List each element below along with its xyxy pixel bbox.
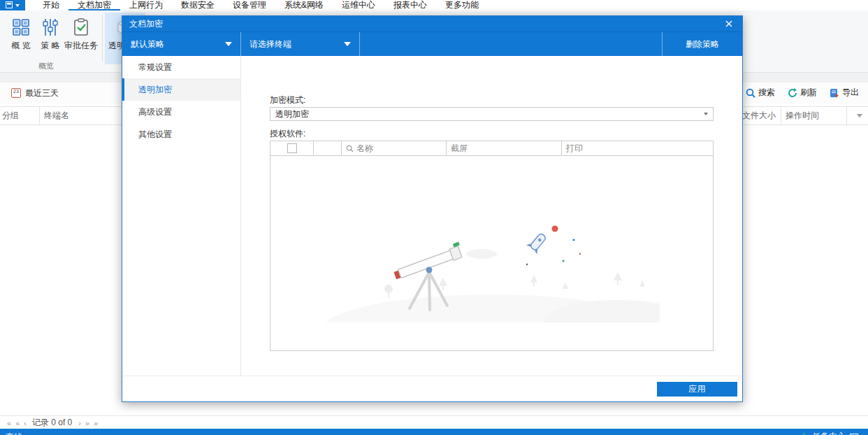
search-button-label: 搜索 <box>758 87 775 99</box>
planet-dot <box>551 226 558 232</box>
dialog-content: 加密模式: 透明加密 授权软件: <box>241 56 742 376</box>
menu-tab-device-mgmt[interactable]: 设备管理 <box>224 0 275 10</box>
close-icon[interactable] <box>723 17 735 30</box>
nav-item-other-settings[interactable]: 其他设置 <box>122 123 240 145</box>
menu-tab-report-center[interactable]: 报表中心 <box>384 0 436 10</box>
menu-tab-web-behavior[interactable]: 上网行为 <box>120 0 172 10</box>
export-icon <box>830 88 839 98</box>
delete-policy-button[interactable]: 删除策略 <box>662 32 742 56</box>
menu-tab-data-security[interactable]: 数据安全 <box>172 0 224 10</box>
next-page-button[interactable]: › <box>78 419 80 427</box>
policy-dropdown-value: 默认策略 <box>131 38 225 50</box>
dialog-title: 文档加密 <box>129 18 723 30</box>
empty-state-illustration <box>324 211 660 322</box>
select-all-cell <box>270 141 314 155</box>
ribbon-button-label: 审批任务 <box>64 40 98 52</box>
status-taskbar: 离线 任务中心 <box>0 429 868 435</box>
rocket <box>526 231 549 255</box>
search-icon <box>346 145 354 152</box>
nav-item-transparent-encryption[interactable]: 透明加密 <box>122 78 240 101</box>
terminal-dropdown-value: 请选择终端 <box>249 38 344 50</box>
export-button[interactable]: 导出 <box>826 84 862 101</box>
first-page-button[interactable]: « <box>7 419 10 427</box>
task-center-button[interactable]: 任务中心 <box>812 431 846 435</box>
search-icon <box>746 88 755 98</box>
dialog-title-bar: 文档加密 <box>122 16 742 31</box>
policy-dropdown[interactable]: 默认策略 <box>122 32 241 56</box>
search-button[interactable]: 搜索 <box>742 84 779 101</box>
ribbon-button-approval-tasks[interactable]: 审批任务 <box>64 13 98 62</box>
name-column-header[interactable]: 名称 <box>342 141 447 155</box>
date-filter-label: 最近三天 <box>25 87 59 99</box>
ribbon-button-label: 概 览 <box>11 40 30 52</box>
dialog-body: 常规设置 透明加密 高级设置 其他设置 加密模式: 透明加密 授权软件: <box>122 56 742 376</box>
chevron-down-icon <box>704 113 708 115</box>
refresh-button-label: 刷新 <box>800 87 817 99</box>
authorized-software-label: 授权软件: <box>270 128 714 138</box>
grid-icon <box>12 18 30 36</box>
fast-next-button[interactable]: » <box>85 419 89 427</box>
toolbar-spacer <box>360 32 662 56</box>
software-table-body <box>270 156 713 350</box>
connection-status-label: 离线 <box>6 432 22 435</box>
chevron-down-icon <box>344 42 351 46</box>
column-header-group[interactable]: 分组 <box>0 107 40 124</box>
software-table-header: 名称 截屏 打印 <box>270 141 713 156</box>
clipboard-check-icon <box>72 18 90 36</box>
ribbon-separator <box>102 15 103 61</box>
encryption-mode-select[interactable]: 透明加密 <box>270 107 714 121</box>
menu-tab-more[interactable]: 更多功能 <box>436 0 488 10</box>
chevron-down-icon <box>15 4 20 7</box>
index-column-header <box>314 141 342 155</box>
encryption-mode-value: 透明加密 <box>275 108 309 120</box>
chevron-down-icon <box>225 42 232 46</box>
menu-tab-system-network[interactable]: 系统&网络 <box>275 0 333 10</box>
pagination-bar: « « ‹ 记录 0 of 0 › » » <box>0 415 868 429</box>
app-menu-button[interactable] <box>0 0 25 10</box>
menu-items: 开始 文档加密 上网行为 数据安全 设备管理 系统&网络 运维中心 报表中心 更… <box>34 0 488 10</box>
nav-item-advanced-settings[interactable]: 高级设置 <box>122 101 240 123</box>
terminal-dropdown[interactable]: 请选择终端 <box>241 32 360 56</box>
record-count-label: 记录 0 of 0 <box>32 417 72 429</box>
window-grid-icon <box>6 1 14 9</box>
fast-prev-button[interactable]: « <box>15 419 19 427</box>
apply-button[interactable]: 应用 <box>657 382 737 397</box>
menu-tab-start[interactable]: 开始 <box>34 0 68 10</box>
encryption-mode-label: 加密模式: <box>270 94 714 104</box>
refresh-button[interactable]: 刷新 <box>784 84 820 101</box>
column-header-file-size[interactable]: 文件大小 <box>738 107 781 124</box>
nav-item-general-settings[interactable]: 常规设置 <box>122 56 240 78</box>
dialog-toolbar: 默认策略 请选择终端 删除策略 <box>122 31 742 56</box>
last-page-button[interactable]: » <box>94 419 97 427</box>
prev-page-button[interactable]: ‹ <box>24 419 26 427</box>
date-filter-button[interactable]: 23 最近三天 <box>11 87 59 99</box>
column-chooser-caret-icon[interactable] <box>857 114 862 117</box>
dialog-nav: 常规设置 透明加密 高级设置 其他设置 <box>122 56 241 376</box>
ribbon-button-label: 策 略 <box>41 40 59 52</box>
column-header-terminal-name[interactable]: 终端名 <box>40 107 124 124</box>
screenshot-column-header[interactable]: 截屏 <box>447 141 562 155</box>
refresh-icon <box>788 88 797 98</box>
sliders-icon <box>41 18 59 36</box>
calendar-icon: 23 <box>11 88 21 98</box>
menu-tab-doc-encryption[interactable]: 文档加密 <box>68 0 120 10</box>
menu-tab-ops-center[interactable]: 运维中心 <box>333 0 384 10</box>
doc-encryption-dialog: 文档加密 默认策略 请选择终端 删除策略 常规设置 透明加密 高级设置 其他设置 <box>122 15 743 402</box>
column-header-operation-time[interactable]: 操作时间 <box>781 107 847 124</box>
authorized-software-table: 名称 截屏 打印 <box>270 141 714 351</box>
name-column-label: 名称 <box>356 143 373 155</box>
ribbon-button-policy[interactable]: 策 略 <box>35 13 66 62</box>
ribbon-button-overview[interactable]: 概 览 <box>6 13 36 62</box>
ribbon-group-label: 概览 <box>0 61 92 71</box>
select-all-checkbox[interactable] <box>287 143 297 153</box>
app-window: 开始 文档加密 上网行为 数据安全 设备管理 系统&网络 运维中心 报表中心 更… <box>0 0 868 435</box>
menu-bar: 开始 文档加密 上网行为 数据安全 设备管理 系统&网络 运维中心 报表中心 更… <box>0 0 868 10</box>
taskbar-right: 任务中心 <box>800 431 858 435</box>
dialog-footer: 应用 <box>122 376 742 401</box>
export-button-label: 导出 <box>842 87 859 99</box>
print-column-header[interactable]: 打印 <box>562 141 713 155</box>
